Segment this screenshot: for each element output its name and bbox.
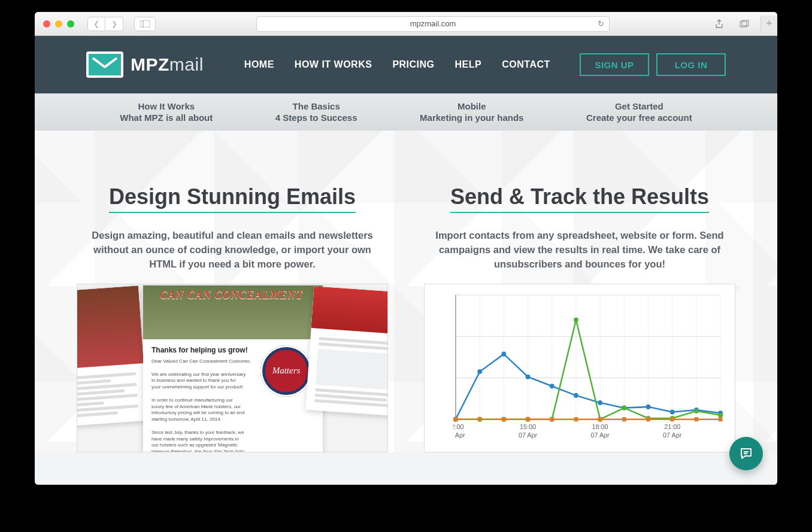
svg-point-53 [622,405,626,410]
svg-point-35 [477,369,482,374]
subnav-subtitle: Create your free account [586,112,692,124]
badge-icon: Matters [260,345,312,397]
site-header: MPZmail HOME HOW IT WORKS PRICING HELP C… [35,36,777,93]
nav-back-forward: ❮ ❯ [87,17,123,31]
sidebar-toggle-button[interactable] [134,17,156,31]
new-tab-button[interactable]: + [761,16,777,32]
svg-point-57 [718,412,723,417]
logo-text: MPZmail [131,54,204,75]
svg-rect-63 [574,417,578,421]
site-logo[interactable]: MPZmail [86,51,204,78]
line-chart-svg: 020040060012:0007 Apr15:0007 Apr18:0007 … [453,291,724,447]
reload-icon[interactable]: ↻ [598,19,604,28]
template-card [77,285,148,427]
svg-rect-60 [502,417,506,421]
minimize-window-button[interactable] [55,20,62,28]
svg-point-39 [574,393,578,398]
svg-text:07 Apr: 07 Apr [591,431,610,439]
svg-rect-68 [694,417,698,421]
forward-button[interactable]: ❯ [105,17,123,31]
logo-bold: MPZ [131,54,169,74]
svg-text:12:00: 12:00 [453,422,463,430]
svg-text:15:00: 15:00 [520,422,536,430]
envelope-icon [86,51,123,78]
card-text: In order to continue manufacturing our l… [152,397,246,423]
track-body: Import contacts from any spreadsheet, we… [432,229,727,272]
address-bar-text: mpzmail.com [410,19,456,28]
svg-text:07 Apr: 07 Apr [453,431,465,439]
subnav-title: How It Works [120,101,213,113]
svg-point-37 [526,374,531,379]
svg-rect-2 [740,22,747,27]
subnav-title: Get Started [586,101,692,113]
track-column: Send & Track the Results Import contacts… [424,184,735,452]
svg-rect-64 [598,417,602,421]
svg-text:07 Apr: 07 Apr [519,431,538,439]
share-icon[interactable] [710,17,728,31]
svg-rect-61 [526,417,530,421]
nav-contact[interactable]: CONTACT [502,59,550,70]
svg-rect-69 [719,417,723,421]
design-body: Design amazing, beautiful and clean emai… [85,229,380,272]
svg-point-38 [550,384,555,388]
zoom-window-button[interactable] [67,20,74,28]
svg-point-42 [646,405,651,409]
card-text: Since last July, thanks to your feedback… [152,430,246,452]
svg-rect-62 [550,417,554,421]
titlebar-tools: + [710,16,769,32]
svg-rect-67 [670,417,674,421]
subnav-subtitle: What MPZ is all about [120,112,213,124]
chat-fab[interactable] [729,437,763,470]
subnav-subtitle: Marketing in your hands [420,112,523,124]
svg-point-56 [694,409,699,414]
svg-rect-0 [140,20,150,28]
back-button[interactable]: ❮ [87,17,105,31]
svg-point-36 [501,351,506,356]
design-column: Design Stunning Emails Design amazing, b… [77,184,388,452]
hero-section: Design Stunning Emails Design amazing, b… [35,130,777,452]
browser-window: ❮ ❯ mpzmail.com ↻ + [35,12,777,485]
svg-rect-59 [478,417,482,421]
track-heading: Send & Track the Results [450,184,709,213]
template-thumbnail [77,285,144,370]
svg-text:21:00: 21:00 [664,422,680,430]
login-button[interactable]: LOG IN [656,53,726,76]
gallery-banner: CAN CAN CONCEALMENT [154,289,310,302]
results-chart: 020040060012:0007 Apr15:0007 Apr18:0007 … [424,284,735,452]
svg-rect-3 [742,20,749,26]
templates-gallery: Thanks for helping us grow! Dear Valued … [77,284,388,452]
template-card [305,286,388,418]
subnav-title: The Basics [275,101,357,113]
subnav-mobile[interactable]: Mobile Marketing in your hands [420,101,523,124]
subnav-get-started[interactable]: Get Started Create your free account [586,101,692,124]
subnav-how-it-works[interactable]: How It Works What MPZ is all about [120,101,213,124]
signup-button[interactable]: SIGN UP [580,53,649,76]
svg-rect-58 [453,417,457,421]
svg-rect-66 [646,417,650,421]
template-card: Thanks for helping us grow! Dear Valued … [143,285,323,452]
nav-pricing[interactable]: PRICING [392,59,434,70]
subnav-title: Mobile [420,101,523,113]
cta-row: SIGN UP LOG IN [580,53,726,76]
sub-nav: How It Works What MPZ is all about The B… [35,93,777,130]
svg-rect-65 [622,417,626,421]
tabs-icon[interactable] [735,17,753,31]
chat-icon [739,446,753,461]
nav-how-it-works[interactable]: HOW IT WORKS [295,59,372,70]
page-viewport: MPZmail HOME HOW IT WORKS PRICING HELP C… [35,36,777,485]
nav-home[interactable]: HOME [244,59,274,70]
svg-point-40 [598,400,602,405]
design-heading: Design Stunning Emails [109,184,356,213]
svg-point-51 [574,317,578,322]
svg-text:07 Apr: 07 Apr [663,431,682,439]
subnav-basics[interactable]: The Basics 4 Steps to Success [275,101,357,124]
browser-titlebar: ❮ ❯ mpzmail.com ↻ + [35,12,777,36]
nav-help[interactable]: HELP [455,59,482,70]
subnav-subtitle: 4 Steps to Success [275,112,357,124]
close-window-button[interactable] [43,20,50,28]
address-bar[interactable]: mpzmail.com ↻ [256,16,610,32]
svg-point-43 [670,409,675,414]
logo-light: mail [169,54,204,74]
main-nav: HOME HOW IT WORKS PRICING HELP CONTACT [244,59,550,70]
card-text: We are celebrating our first year annive… [152,372,246,391]
